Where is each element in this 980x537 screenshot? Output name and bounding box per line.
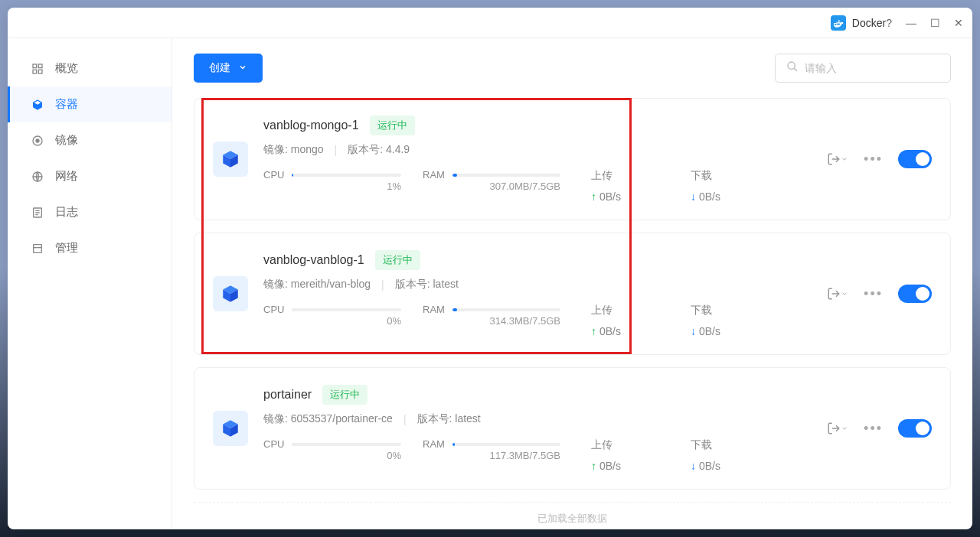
docker-icon (831, 15, 846, 31)
minimize-button[interactable]: — (906, 17, 916, 29)
status-badge: 运行中 (370, 116, 415, 135)
app-window: Docker ? — ☐ ✕ 概览 容器 镜像 网络 (8, 8, 972, 529)
export-button[interactable] (827, 152, 848, 166)
image-label: 镜像: mereith/van-blog (263, 278, 371, 291)
container-card: vanblog-vanblog-1 运行中 镜像: mereith/van-bl… (194, 233, 951, 355)
create-button-label: 创建 (209, 61, 230, 75)
ram-value: 307.0MB/7.5GB (423, 181, 560, 192)
container-name: vanblog-vanblog-1 (263, 253, 364, 267)
download-label: 下载 (691, 169, 760, 183)
container-card: vanblog-mongo-1 运行中 镜像: mongo | 版本号: 4.4… (194, 98, 951, 220)
svg-rect-1 (38, 64, 42, 68)
arrow-up-icon: ↑ (591, 325, 596, 337)
svg-rect-2 (33, 70, 37, 73)
upload-label: 上传 (591, 438, 660, 452)
cpu-label: CPU (263, 304, 284, 315)
toggle-switch[interactable] (898, 150, 932, 168)
sidebar-item-label: 容器 (55, 97, 78, 112)
svg-point-9 (788, 62, 795, 69)
cpu-value: 1% (263, 181, 401, 192)
svg-rect-0 (33, 64, 37, 68)
arrow-up-icon: ↑ (591, 460, 596, 472)
sidebar-item-label: 网络 (55, 169, 78, 184)
cpu-bar (292, 174, 401, 177)
version-label: 版本号: 4.4.9 (348, 143, 410, 157)
search-box[interactable] (775, 54, 951, 83)
cpu-bar (292, 443, 401, 446)
manage-icon (31, 242, 44, 255)
arrow-up-icon: ↑ (591, 190, 596, 203)
help-button[interactable]: ? (886, 17, 892, 29)
container-name: portainer (263, 388, 312, 402)
sidebar-item-label: 管理 (55, 241, 78, 255)
sidebar-item-manage[interactable]: 管理 (8, 230, 172, 266)
ram-bar (452, 308, 560, 311)
toggle-switch[interactable] (898, 285, 932, 303)
cpu-value: 0% (263, 315, 401, 327)
upload-value: 0B/s (599, 325, 621, 337)
arrow-down-icon: ↓ (691, 325, 696, 337)
download-label: 下载 (691, 304, 760, 317)
version-label: 版本号: latest (417, 412, 481, 426)
svg-point-5 (36, 139, 39, 142)
ram-label: RAM (423, 169, 445, 181)
more-button[interactable]: ••• (864, 286, 883, 302)
content-area: 创建 vanblog-mongo-1 运行中 镜像: mongo | 版 (172, 38, 972, 529)
export-button[interactable] (827, 421, 848, 435)
ram-value: 314.3MB/7.5GB (423, 315, 560, 327)
sidebar-item-images[interactable]: 镜像 (8, 122, 172, 158)
arrow-down-icon: ↓ (691, 460, 696, 472)
svg-rect-8 (34, 244, 42, 252)
network-icon (31, 170, 44, 184)
ram-value: 117.3MB/7.5GB (423, 450, 560, 461)
create-button[interactable]: 创建 (194, 54, 263, 83)
ram-label: RAM (423, 438, 445, 450)
search-icon (786, 60, 799, 76)
upload-label: 上传 (591, 169, 660, 183)
download-value: 0B/s (699, 190, 720, 203)
toolbar: 创建 (194, 54, 951, 83)
logs-icon (31, 206, 44, 220)
svg-rect-3 (38, 70, 42, 73)
container-icon (213, 411, 248, 446)
sidebar-item-network[interactable]: 网络 (8, 158, 172, 194)
sidebar-item-label: 概览 (55, 61, 78, 76)
download-value: 0B/s (699, 460, 720, 472)
status-badge: 运行中 (322, 385, 368, 405)
sidebar-item-containers[interactable]: 容器 (8, 86, 172, 122)
container-icon (213, 276, 248, 311)
containers-icon (31, 98, 44, 112)
titlebar: Docker ? — ☐ ✕ (8, 8, 972, 38)
cpu-bar (292, 308, 401, 311)
overview-icon (31, 62, 44, 76)
ram-bar (452, 443, 560, 446)
ram-bar (452, 174, 560, 177)
chevron-down-icon (238, 62, 247, 74)
download-label: 下载 (691, 438, 760, 452)
export-button[interactable] (827, 287, 848, 301)
container-name: vanblog-mongo-1 (263, 119, 359, 132)
status-badge: 运行中 (375, 250, 420, 270)
search-input[interactable] (805, 62, 939, 74)
upload-value: 0B/s (599, 190, 621, 203)
download-value: 0B/s (699, 325, 720, 337)
close-button[interactable]: ✕ (954, 17, 963, 29)
cpu-label: CPU (263, 169, 284, 181)
toggle-switch[interactable] (898, 419, 932, 438)
sidebar-item-overview[interactable]: 概览 (8, 50, 172, 86)
upload-label: 上传 (591, 304, 660, 317)
more-button[interactable]: ••• (864, 421, 883, 437)
footer-loaded-all: 已加载全部数据 (194, 502, 951, 529)
sidebar-item-logs[interactable]: 日志 (8, 194, 172, 230)
arrow-down-icon: ↓ (691, 190, 696, 203)
image-label: 镜像: 6053537/portainer-ce (263, 412, 393, 426)
sidebar-item-label: 日志 (55, 205, 78, 220)
container-card: portainer 运行中 镜像: 6053537/portainer-ce |… (194, 367, 951, 490)
image-label: 镜像: mongo (263, 143, 324, 157)
upload-value: 0B/s (599, 460, 621, 472)
maximize-button[interactable]: ☐ (930, 17, 940, 29)
more-button[interactable]: ••• (864, 151, 883, 168)
images-icon (31, 134, 44, 148)
app-title: Docker (852, 17, 886, 29)
cpu-label: CPU (263, 438, 284, 450)
